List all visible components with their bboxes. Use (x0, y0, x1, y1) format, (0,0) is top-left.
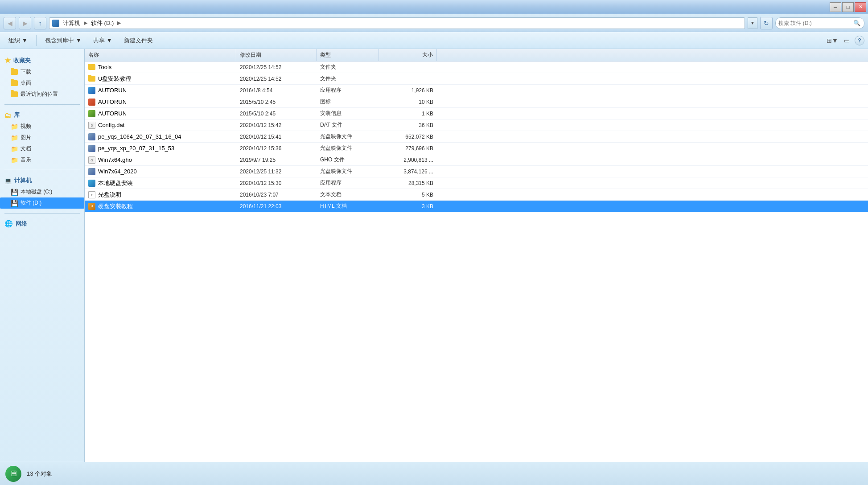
sidebar-header-library[interactable]: 🗂 库 (0, 109, 84, 121)
file-icon (88, 168, 95, 175)
drive-d-label: 软件 (D:) (21, 199, 41, 207)
recent-label: 最近访问的位置 (21, 90, 58, 98)
table-row[interactable]: H 硬盘安装教程 2016/11/21 22:03 HTML 文档 3 KB (85, 201, 868, 212)
file-type: 光盘映像文件 (317, 144, 379, 152)
table-row[interactable]: AUTORUN 2015/5/10 2:45 图标 10 KB (85, 96, 868, 108)
file-name-cell: AUTORUN (85, 110, 236, 117)
table-row[interactable]: 本地硬盘安装 2020/10/12 15:30 应用程序 28,315 KB (85, 177, 868, 189)
forward-button[interactable]: ▶ (19, 17, 31, 29)
computer-icon: 💻 (4, 177, 12, 184)
file-type: GHO 文件 (317, 156, 379, 164)
table-row[interactable]: T 光盘说明 2016/10/23 7:07 文本文档 5 KB (85, 189, 868, 201)
file-name-cell: pe_yqs_1064_20_07_31_16_04 (85, 133, 236, 140)
file-name-cell: D Config.dat (85, 122, 236, 129)
col-header-type[interactable]: 类型 (317, 49, 379, 61)
maximize-button[interactable]: □ (842, 2, 854, 12)
file-type: 应用程序 (317, 86, 379, 94)
path-computer[interactable]: 计算机 (61, 18, 82, 28)
organize-button[interactable]: 组织 ▼ (4, 34, 33, 47)
path-computer-icon (52, 20, 59, 27)
desktop-icon (11, 80, 18, 87)
network-label: 网络 (16, 220, 27, 228)
file-icon (88, 99, 95, 106)
file-name-cell: G Win7x64.gho (85, 156, 236, 164)
search-input[interactable] (778, 20, 851, 26)
table-row[interactable]: U盘安装教程 2020/12/25 14:52 文件夹 (85, 73, 868, 85)
file-name: AUTORUN (98, 87, 127, 94)
col-header-size[interactable]: 大小 (379, 49, 437, 61)
sidebar-header-network[interactable]: 🌐 网络 (0, 218, 84, 230)
col-header-date[interactable]: 修改日期 (236, 49, 317, 61)
search-icon[interactable]: 🔍 (852, 19, 861, 28)
network-icon: 🌐 (4, 220, 13, 228)
address-dropdown[interactable]: ▼ (748, 17, 757, 29)
sidebar-header-favorites[interactable]: ★ 收藏夹 (0, 54, 84, 66)
refresh-button[interactable]: ↻ (760, 17, 773, 29)
path-drive-d[interactable]: 软件 (D:) (89, 18, 115, 28)
up-button[interactable]: ↑ (34, 17, 46, 29)
table-row[interactable]: pe_yqs_xp_20_07_31_15_53 2020/10/12 15:3… (85, 143, 868, 154)
file-date: 2020/10/12 15:42 (236, 122, 317, 128)
share-arrow: ▼ (107, 37, 112, 44)
sidebar-item-images[interactable]: 📁 图片 (0, 132, 84, 143)
back-button[interactable]: ◀ (4, 17, 16, 29)
sidebar-item-music[interactable]: 📁 音乐 (0, 154, 84, 165)
file-list: 名称 修改日期 类型 大小 Tools 2020/12/25 14:52 文件夹… (85, 49, 868, 462)
sidebar-header-computer[interactable]: 💻 计算机 (0, 175, 84, 186)
address-bar: ◀ ▶ ↑ 计算机 ▶ 软件 (D:) ▶ ▼ ↻ 🔍 (0, 14, 868, 32)
col-header-name[interactable]: 名称 (85, 49, 236, 61)
file-icon: H (88, 203, 95, 210)
table-row[interactable]: AUTORUN 2015/5/10 2:45 安装信息 1 KB (85, 108, 868, 119)
status-text: 13 个对象 (27, 470, 52, 478)
table-row[interactable]: Win7x64_2020 2020/12/25 11:32 光盘映像文件 3,8… (85, 166, 868, 177)
main-area: ★ 收藏夹 下载 桌面 最近访问的位置 🗂 库 (0, 49, 868, 462)
file-date: 2019/9/7 19:25 (236, 157, 317, 163)
file-icon (88, 87, 95, 94)
share-button[interactable]: 共享 ▼ (88, 34, 117, 47)
downloads-icon (11, 69, 18, 76)
view-options-button[interactable]: ⊞▼ (826, 34, 839, 47)
sidebar-item-video[interactable]: 📁 视频 (0, 121, 84, 132)
close-button[interactable]: ✕ (855, 2, 866, 12)
file-icon (88, 64, 95, 71)
table-row[interactable]: pe_yqs_1064_20_07_31_16_04 2020/10/12 15… (85, 131, 868, 143)
docs-icon: 📁 (11, 145, 18, 152)
video-label: 视频 (21, 123, 31, 130)
file-date: 2020/10/12 15:30 (236, 180, 317, 186)
sidebar-item-recent[interactable]: 最近访问的位置 (0, 89, 84, 100)
file-date: 2015/5/10 2:45 (236, 99, 317, 105)
new-folder-button[interactable]: 新建文件夹 (119, 34, 158, 47)
file-date: 2020/12/25 14:52 (236, 64, 317, 70)
file-size: 1 KB (379, 111, 437, 117)
help-button[interactable]: ? (855, 36, 864, 45)
address-path: 计算机 ▶ 软件 (D:) ▶ (49, 17, 745, 29)
table-row[interactable]: D Config.dat 2020/10/12 15:42 DAT 文件 36 … (85, 119, 868, 131)
new-folder-label: 新建文件夹 (124, 37, 153, 45)
sidebar-item-drive-d[interactable]: 💾 软件 (D:) (0, 197, 84, 209)
minimize-button[interactable]: ─ (830, 2, 841, 12)
file-name-cell: H 硬盘安装教程 (85, 202, 236, 210)
file-icon (88, 75, 95, 82)
file-date: 2015/5/10 2:45 (236, 111, 317, 117)
table-row[interactable]: G Win7x64.gho 2019/9/7 19:25 GHO 文件 2,90… (85, 154, 868, 166)
file-name: AUTORUN (98, 110, 127, 117)
sidebar-section-computer: 💻 计算机 💾 本地磁盘 (C:) 💾 软件 (D:) (0, 173, 84, 210)
sidebar-item-downloads[interactable]: 下载 (0, 66, 84, 78)
file-date: 2020/10/12 15:41 (236, 134, 317, 140)
status-bar: 🖥 13 个对象 (0, 462, 868, 485)
downloads-label: 下载 (21, 68, 31, 76)
file-type: 文件夹 (317, 75, 379, 82)
sidebar-item-drive-c[interactable]: 💾 本地磁盘 (C:) (0, 186, 84, 197)
file-date: 2020/10/12 15:36 (236, 145, 317, 152)
table-row[interactable]: AUTORUN 2016/1/8 4:54 应用程序 1,926 KB (85, 85, 868, 96)
desktop-label: 桌面 (21, 79, 31, 87)
table-row[interactable]: Tools 2020/12/25 14:52 文件夹 (85, 62, 868, 73)
include-label: 包含到库中 (45, 37, 74, 45)
include-library-button[interactable]: 包含到库中 ▼ (40, 34, 86, 47)
file-size: 10 KB (379, 99, 437, 105)
sidebar-item-desktop[interactable]: 桌面 (0, 78, 84, 89)
sidebar-item-docs[interactable]: 📁 文档 (0, 143, 84, 154)
favorites-icon: ★ (4, 56, 11, 65)
file-type: 文件夹 (317, 63, 379, 71)
preview-button[interactable]: ▭ (840, 34, 853, 47)
